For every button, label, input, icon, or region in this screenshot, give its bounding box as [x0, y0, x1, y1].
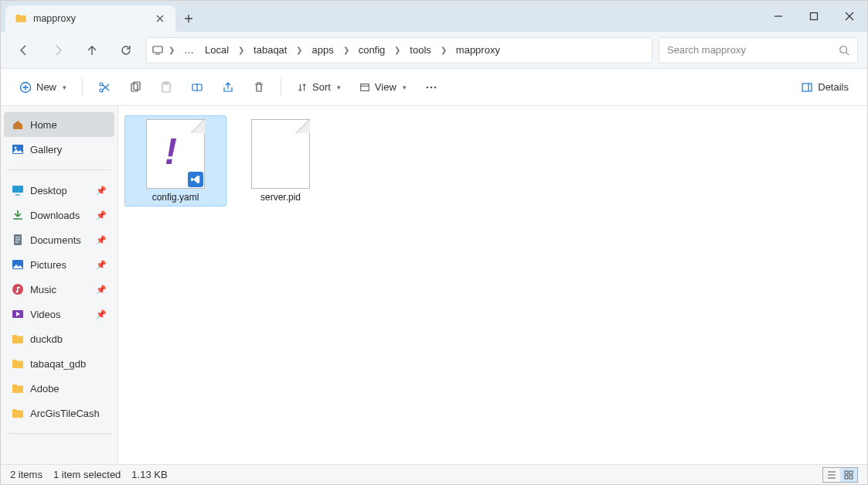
sidebar-item-label: Documents	[30, 234, 81, 246]
divider	[281, 78, 281, 97]
file-item-config-yaml[interactable]: ! config.yaml	[124, 115, 226, 207]
svg-rect-26	[849, 476, 853, 479]
svg-point-13	[431, 86, 433, 88]
chevron-right-icon: ❯	[391, 46, 403, 54]
divider	[82, 78, 83, 97]
pictures-icon	[12, 258, 24, 271]
videos-icon	[12, 308, 24, 320]
music-icon	[12, 283, 24, 295]
more-button[interactable]	[417, 74, 445, 101]
sidebar-item-pictures[interactable]: Pictures 📌	[4, 252, 114, 277]
main: Home Gallery Desktop 📌 Downloads 📌 Docum…	[1, 106, 867, 464]
sidebar-item-label: tabaqat_gdb	[30, 358, 86, 370]
sidebar-item-label: duckdb	[30, 333, 63, 345]
paste-button[interactable]	[152, 74, 180, 101]
details-view-button[interactable]	[823, 468, 840, 482]
crumb-apps[interactable]: apps	[307, 41, 338, 59]
close-window-button[interactable]	[832, 1, 867, 32]
chevron-right-icon: ❯	[340, 46, 352, 54]
documents-icon	[12, 234, 24, 246]
sidebar-item-documents[interactable]: Documents 📌	[4, 227, 114, 252]
crumb-local[interactable]: Local	[200, 41, 233, 59]
copy-icon	[129, 81, 141, 94]
crumb-mapproxy[interactable]: mapproxy	[451, 41, 505, 59]
share-icon	[222, 81, 234, 94]
breadcrumb[interactable]: ❯ … Local ❯ tabaqat ❯ apps ❯ config ❯ to…	[146, 37, 652, 63]
minimize-button[interactable]	[761, 1, 796, 32]
pin-icon: 📌	[96, 235, 107, 245]
details-pane-icon	[801, 81, 813, 94]
svg-rect-15	[802, 84, 812, 91]
sidebar-item-arcgistilecash[interactable]: ArcGisTileCash	[4, 401, 114, 425]
file-item-server-pid[interactable]: server.pid	[230, 115, 332, 207]
svg-rect-25	[845, 476, 848, 479]
sidebar-item-label: Music	[30, 284, 56, 295]
back-button[interactable]	[10, 36, 38, 64]
sidebar-item-desktop[interactable]: Desktop 📌	[4, 178, 114, 203]
sidebar-item-label: Adobe	[30, 383, 60, 394]
file-label: server.pid	[260, 192, 301, 203]
sidebar-item-adobe[interactable]: Adobe	[4, 376, 114, 401]
status-selection: 1 item selected	[53, 469, 121, 480]
pin-icon: 📌	[96, 309, 107, 319]
titlebar: mapproxy	[1, 1, 867, 32]
refresh-button[interactable]	[112, 36, 140, 64]
view-button[interactable]: View ▾	[352, 74, 414, 101]
sidebar-item-videos[interactable]: Videos 📌	[4, 302, 114, 326]
scissors-icon	[98, 81, 111, 94]
sidebar-item-duckdb[interactable]: duckdb	[4, 326, 114, 351]
copy-button[interactable]	[121, 74, 149, 101]
sidebar-item-gallery[interactable]: Gallery	[4, 137, 114, 162]
pin-icon: 📌	[96, 285, 107, 295]
svg-rect-18	[12, 186, 23, 193]
rename-icon	[191, 81, 203, 94]
vscode-badge-icon	[188, 172, 203, 187]
chevron-down-icon: ▾	[63, 84, 66, 91]
chevron-right-icon: ❯	[293, 46, 305, 54]
crumb-tools[interactable]: tools	[405, 41, 435, 59]
search-box[interactable]	[659, 37, 858, 63]
crumb-config[interactable]: config	[354, 41, 390, 59]
sort-button[interactable]: Sort ▾	[289, 74, 349, 101]
file-label: config.yaml	[152, 192, 199, 203]
search-input[interactable]	[667, 44, 831, 56]
new-button[interactable]: New ▾	[12, 74, 74, 101]
tab-mapproxy[interactable]: mapproxy	[5, 5, 175, 32]
sidebar-item-downloads[interactable]: Downloads 📌	[4, 203, 114, 227]
delete-button[interactable]	[245, 74, 273, 101]
rename-button[interactable]	[183, 74, 211, 101]
icons-view-button[interactable]	[840, 468, 857, 482]
crumb-tabaqat[interactable]: tabaqat	[249, 41, 291, 59]
download-icon	[12, 209, 24, 221]
crumb-overflow[interactable]: …	[179, 41, 199, 59]
new-tab-button[interactable]	[175, 5, 202, 32]
clipboard-icon	[160, 81, 172, 94]
up-button[interactable]	[78, 36, 106, 64]
close-tab-button[interactable]	[154, 12, 166, 25]
sidebar-item-label: Gallery	[30, 144, 62, 155]
cut-button[interactable]	[90, 74, 118, 101]
desktop-icon	[12, 184, 24, 196]
sidebar-item-label: Desktop	[30, 185, 67, 196]
view-mode-toggle[interactable]	[822, 467, 858, 483]
details-button[interactable]: Details	[793, 74, 856, 101]
chevron-right-icon: ❯	[165, 46, 178, 54]
sidebar-item-label: Downloads	[30, 210, 80, 221]
tab-title: mapproxy	[33, 13, 148, 24]
maximize-button[interactable]	[796, 1, 832, 32]
home-icon	[12, 118, 24, 131]
forward-button[interactable]	[44, 36, 72, 64]
sidebar-item-music[interactable]: Music 📌	[4, 277, 114, 302]
share-button[interactable]	[214, 74, 242, 101]
yaml-glyph-icon: !	[165, 130, 177, 172]
pin-icon: 📌	[96, 260, 107, 270]
status-size: 1.13 KB	[131, 469, 167, 480]
sidebar-item-home[interactable]: Home	[4, 112, 114, 137]
svg-rect-11	[361, 84, 369, 91]
sidebar[interactable]: Home Gallery Desktop 📌 Downloads 📌 Docum…	[1, 106, 118, 464]
chevron-down-icon: ▾	[337, 84, 341, 91]
new-label: New	[36, 81, 56, 93]
divider	[7, 169, 111, 170]
file-pane[interactable]: ! config.yaml server.pid	[118, 106, 867, 464]
sidebar-item-tabaqat-gdb[interactable]: tabaqat_gdb	[4, 351, 114, 376]
